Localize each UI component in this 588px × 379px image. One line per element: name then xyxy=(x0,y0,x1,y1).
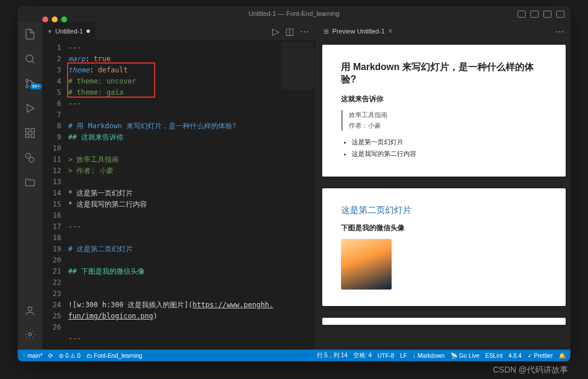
source-control-icon[interactable]: 96+ xyxy=(24,78,36,92)
editor-group-right: ⊞ Preview Untitled-1 × ⋯ 用 Markdown 来写幻灯… xyxy=(318,22,570,350)
bullet-list: 这是第一页幻灯片 这是我写的第二行内容 xyxy=(352,137,547,160)
problems-status[interactable]: ⊘ 0 ⚠ 0 xyxy=(59,353,80,359)
svg-point-9 xyxy=(29,333,32,336)
more-actions-icon[interactable]: ⋯ xyxy=(555,26,564,37)
language-mode[interactable]: ↓ Markdown xyxy=(413,353,445,359)
svg-rect-6 xyxy=(26,134,29,138)
folder-status[interactable]: 🗀 Font-End_learning xyxy=(86,353,142,359)
editor-tabs: ▾ Untitled-1 ▷ ◫ ⋯ xyxy=(42,22,315,40)
preview-icon: ⊞ xyxy=(323,28,329,35)
minimap[interactable] xyxy=(281,42,314,89)
code-editor[interactable]: 1234567891011121314151617181920212223242… xyxy=(42,40,315,350)
close-window-icon[interactable] xyxy=(42,16,48,22)
preview-tab[interactable]: ⊞ Preview Untitled-1 × xyxy=(318,22,398,40)
encoding[interactable]: UTF-8 xyxy=(377,353,394,359)
prettier-status[interactable]: ✓ Prettier xyxy=(527,353,553,359)
svg-point-1 xyxy=(26,79,28,82)
vscode-window: 96+ ▾ Untitled-1 ▷ ◫ ⋯ xyxy=(18,6,570,361)
maximize-window-icon[interactable] xyxy=(61,16,67,22)
explorer-icon[interactable] xyxy=(24,28,36,42)
window-title: Untitled-1 — Font-End_learning xyxy=(0,10,588,17)
minimize-window-icon[interactable] xyxy=(52,16,58,22)
ts-version[interactable]: 4.8.4 xyxy=(509,353,522,359)
run-debug-icon[interactable] xyxy=(24,102,36,117)
tab-title: Preview Untitled-1 xyxy=(332,28,385,35)
cursor-position[interactable]: 行 5，列 14 xyxy=(317,351,348,360)
run-icon[interactable]: ▷ xyxy=(272,26,279,37)
svg-point-2 xyxy=(26,85,28,88)
svg-rect-5 xyxy=(31,129,35,132)
eslint-status[interactable]: ESLint xyxy=(485,353,502,359)
status-bar: ᚲ main* ⟳ ⊘ 0 ⚠ 0 🗀 Font-End_learning 行 … xyxy=(18,350,570,361)
slide-h1: 用 Markdown 来写幻灯片，是一种什么样的体验? xyxy=(341,61,547,86)
remote-icon[interactable] xyxy=(24,152,36,166)
account-icon[interactable] xyxy=(24,305,36,319)
slide-h2: 这就来告诉你 xyxy=(341,94,547,104)
watermark: CSDN @代码讲故事 xyxy=(493,365,568,375)
marp-preview[interactable]: 用 Markdown 来写幻灯片，是一种什么样的体验? 这就来告诉你 效率工具指… xyxy=(318,40,570,350)
slide-3 xyxy=(322,318,566,325)
markdown-file-icon: ▾ xyxy=(48,28,52,35)
settings-gear-icon[interactable] xyxy=(24,328,36,343)
slide-h2: 下图是我的微信头像 xyxy=(341,223,547,233)
sync-icon[interactable]: ⟳ xyxy=(48,353,53,359)
go-live[interactable]: 📡 Go Live xyxy=(450,353,479,359)
tab-title: Untitled-1 xyxy=(55,28,83,35)
traffic-lights xyxy=(42,16,67,22)
notification-bell-icon[interactable]: 🔔 xyxy=(559,353,566,359)
svg-rect-4 xyxy=(26,129,29,132)
annotation-box xyxy=(67,62,155,98)
branch-status[interactable]: ᚲ main* xyxy=(22,353,42,359)
indentation[interactable]: 空格: 4 xyxy=(353,351,372,360)
slide-2: 这是第二页幻灯片 下图是我的微信头像 xyxy=(322,188,566,306)
editor-tab[interactable]: ▾ Untitled-1 xyxy=(42,22,96,40)
eol[interactable]: LF xyxy=(400,353,407,359)
close-tab-icon[interactable]: × xyxy=(388,27,392,35)
editor-group-left: ▾ Untitled-1 ▷ ◫ ⋯ 123456789101112131415… xyxy=(42,22,315,350)
svg-rect-7 xyxy=(31,134,35,138)
extensions-icon[interactable] xyxy=(24,127,36,141)
search-icon[interactable] xyxy=(24,53,36,67)
svg-point-8 xyxy=(28,307,32,311)
svg-point-0 xyxy=(26,55,33,62)
slide-1: 用 Markdown 来写幻灯片，是一种什么样的体验? 这就来告诉你 效率工具指… xyxy=(322,45,566,177)
activity-bar: 96+ xyxy=(18,22,42,350)
split-editor-icon[interactable]: ◫ xyxy=(285,26,294,37)
more-actions-icon[interactable]: ⋯ xyxy=(300,26,309,37)
modified-dot-icon xyxy=(86,29,90,33)
slide-image xyxy=(341,239,392,290)
slide-h1: 这是第二页幻灯片 xyxy=(341,205,547,216)
folder-icon[interactable] xyxy=(24,177,36,191)
blockquote: 效率工具指南 作者：小豪 xyxy=(341,110,547,131)
